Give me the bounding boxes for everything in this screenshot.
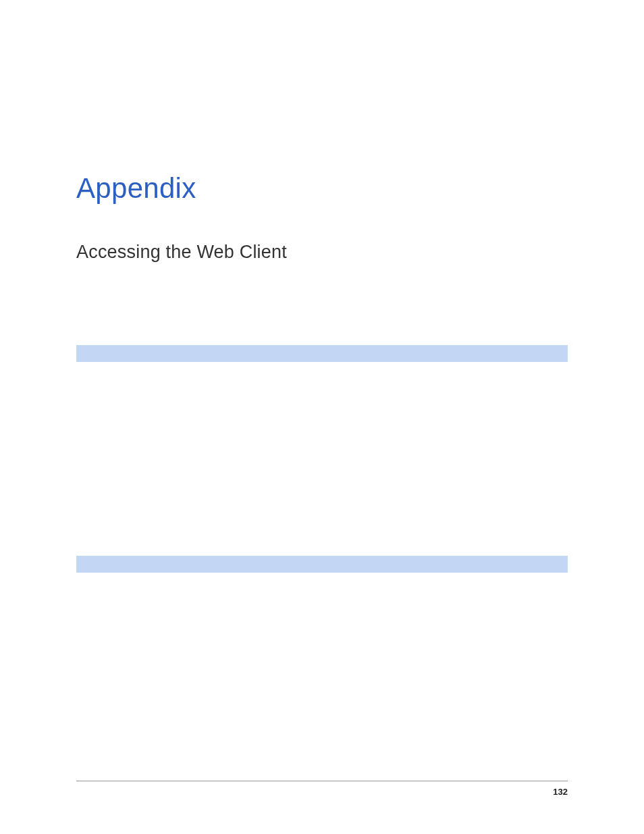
section-heading: Accessing the Web Client: [76, 242, 568, 263]
page-title: Appendix: [76, 172, 568, 205]
separator-bar-2: [76, 556, 568, 573]
page-number: 132: [553, 787, 568, 797]
footer-rule: [76, 781, 568, 781]
separator-bar-1: [76, 345, 568, 362]
page-content: Appendix Accessing the Web Client: [76, 0, 568, 834]
